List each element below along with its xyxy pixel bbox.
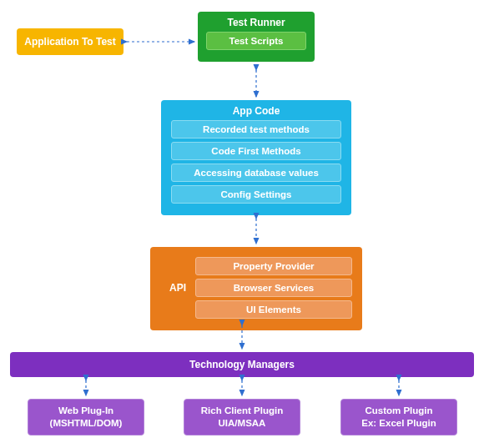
app-code-item: Code First Methods <box>171 142 341 160</box>
plugin-line2: UIA/MSAA <box>188 417 296 430</box>
application-to-test-label: Application To Test <box>24 36 116 48</box>
technology-managers-box: Technology Managers <box>10 352 474 377</box>
app-code-box: App Code Recorded test methods Code Firs… <box>161 100 351 215</box>
app-code-item: Config Settings <box>171 185 341 204</box>
test-runner-title: Test Runner <box>206 17 306 28</box>
plugin-line1: Custom Plugin <box>345 405 453 417</box>
app-code-item: Recorded test methods <box>171 120 341 138</box>
plugin-line1: Rich Client Plugin <box>188 405 296 417</box>
api-item: Browser Services <box>195 279 352 297</box>
app-code-title: App Code <box>171 105 341 117</box>
api-item: UI Elements <box>195 300 352 319</box>
api-item: Property Provider <box>195 257 352 275</box>
test-runner-box: Test Runner Test Scripts <box>198 12 315 62</box>
test-scripts-item: Test Scripts <box>206 32 306 50</box>
api-label: API <box>160 254 195 322</box>
plugin-line2: Ex: Excel Plugin <box>345 417 453 430</box>
rich-client-plugin-box: Rich Client Plugin UIA/MSAA <box>184 399 300 435</box>
plugin-line1: Web Plug-In <box>32 405 140 417</box>
connector-arrows <box>0 0 484 448</box>
app-code-item: Accessing database values <box>171 164 341 182</box>
plugin-line2: (MSHTML/DOM) <box>32 417 140 430</box>
technology-managers-label: Technology Managers <box>189 359 295 370</box>
custom-plugin-box: Custom Plugin Ex: Excel Plugin <box>340 399 457 435</box>
api-box: API Property Provider Browser Services U… <box>150 247 362 330</box>
application-to-test-box: Application To Test <box>17 28 124 55</box>
web-plugin-box: Web Plug-In (MSHTML/DOM) <box>28 399 144 435</box>
